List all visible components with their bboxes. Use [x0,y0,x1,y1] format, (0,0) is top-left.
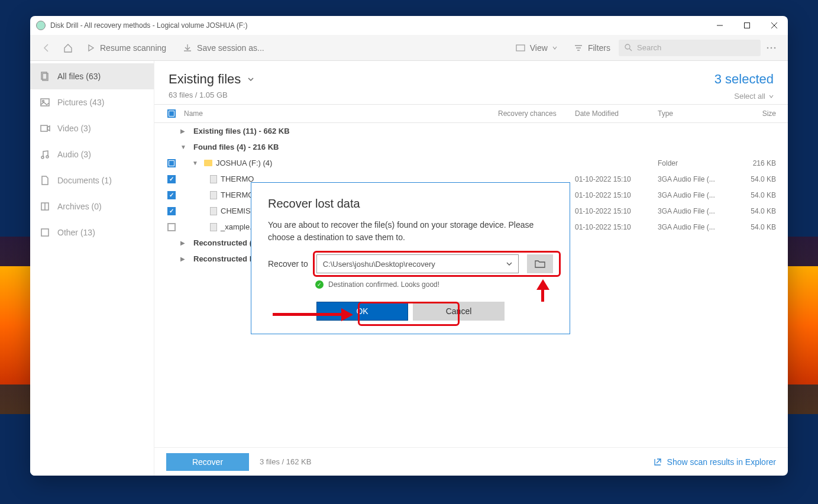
home-button[interactable] [57,37,79,59]
folder-icon [535,260,545,268]
dialog-title: Recover lost data [268,197,553,211]
filters-button[interactable]: Filters [565,43,619,53]
sidebar-item-label: Other (13) [57,228,95,237]
svg-point-15 [41,156,44,159]
sidebar-item-video[interactable]: Video (3) [30,115,154,141]
svg-point-5 [625,44,630,49]
row-checkbox[interactable] [167,159,176,167]
check-icon: ✓ [315,280,324,289]
group-row-existing[interactable]: ▶ Existing files (11) - 662 KB [154,123,788,139]
svg-rect-1 [745,23,750,28]
sidebar-item-allfiles[interactable]: All files (63) [30,63,154,89]
table-header: Name Recovery chances Date Modified Type… [154,104,788,123]
window-title: Disk Drill - All recovery methods - Logi… [50,21,706,30]
column-size[interactable]: Size [729,109,788,118]
sidebar-item-pictures[interactable]: Pictures (43) [30,89,154,115]
app-icon [36,21,46,30]
sidebar-item-audio[interactable]: Audio (3) [30,141,154,167]
resume-scanning-label: Resume scanning [100,43,166,53]
svg-line-6 [629,49,632,51]
sidebar-item-label: Pictures (43) [57,98,104,107]
group-row-found[interactable]: ▼ Found files (4) - 216 KB [154,139,788,155]
folder-row-joshua[interactable]: ▼ JOSHUA (F:) (4) Folder 216 KB [154,155,788,171]
sidebar-item-other[interactable]: Other (13) [30,219,154,245]
expand-icon[interactable]: ▶ [180,240,190,246]
column-date[interactable]: Date Modified [575,109,658,118]
svg-rect-12 [41,99,49,106]
row-checkbox[interactable] [167,191,176,199]
view-label: View [530,43,548,53]
sidebar-item-label: Video (3) [57,124,91,133]
show-in-explorer-link[interactable]: Show scan results in Explorer [653,457,776,467]
chevron-down-icon[interactable] [247,75,255,83]
save-session-label: Save session as... [197,43,264,53]
destination-path: C:\Users\joshu\Desktop\recovery [323,260,435,269]
sidebar-item-label: Audio (3) [57,150,91,159]
folder-icon [204,160,212,166]
row-checkbox[interactable] [167,175,176,183]
sidebar-item-documents[interactable]: Documents (1) [30,167,154,193]
page-title: Existing files [169,72,255,87]
sidebar: All files (63) Pictures (43) Video (3) A… [30,61,154,476]
maximize-button[interactable] [733,16,761,35]
expand-icon[interactable]: ▶ [180,128,190,134]
close-button[interactable] [761,16,788,35]
cancel-button[interactable]: Cancel [413,302,505,321]
header-checkbox[interactable] [167,109,176,118]
row-checkbox[interactable] [167,223,176,231]
view-dropdown[interactable]: View [507,43,565,53]
svg-point-9 [774,47,776,49]
search-icon [625,44,632,51]
resume-scanning-button[interactable]: Resume scanning [79,43,174,53]
sidebar-item-label: All files (63) [57,72,101,81]
footer: Recover 3 files / 162 KB Show scan resul… [154,447,788,476]
collapse-icon[interactable]: ▼ [180,144,190,150]
column-type[interactable]: Type [658,109,729,118]
back-button[interactable] [36,37,57,59]
row-checkbox[interactable] [167,207,176,215]
toolbar: Resume scanning Save session as... View … [30,35,788,61]
svg-rect-4 [516,45,525,51]
archives-icon [40,201,50,212]
more-button[interactable] [761,47,782,49]
titlebar: Disk Drill - All recovery methods - Logi… [30,16,788,35]
sidebar-item-archives[interactable]: Archives (0) [30,193,154,219]
destination-confirmed: ✓ Destination confirmed. Looks good! [315,280,553,289]
save-session-button[interactable]: Save session as... [174,43,273,53]
audio-icon [40,149,50,160]
browse-folder-button[interactable] [527,254,553,273]
search-input[interactable]: Search [619,40,761,56]
filters-label: Filters [588,43,610,53]
column-recovery[interactable]: Recovery chances [498,109,575,118]
sidebar-item-label: Archives (0) [57,202,102,211]
recover-to-label: Recover to [268,259,308,269]
external-link-icon [653,457,662,467]
file-icon [210,207,217,215]
minimize-button[interactable] [706,16,733,35]
file-icon [210,191,217,199]
file-icon [210,223,217,231]
svg-rect-19 [41,229,49,236]
svg-point-7 [767,47,769,49]
documents-icon [40,175,50,186]
footer-info: 3 files / 162 KB [260,457,311,466]
svg-rect-14 [41,125,47,131]
video-icon [40,123,50,134]
chevron-down-icon [506,261,512,267]
file-icon [210,175,217,183]
select-all-button[interactable]: Select all [714,92,774,101]
expand-icon[interactable]: ▶ [180,256,190,262]
search-placeholder: Search [637,43,661,52]
svg-point-16 [46,156,49,158]
dialog-body: You are about to recover the file(s) fou… [268,219,553,244]
svg-point-8 [771,47,772,49]
recover-button[interactable]: Recover [166,453,249,471]
files-icon [40,71,50,82]
column-name[interactable]: Name [180,109,498,118]
ok-button[interactable]: OK [316,302,408,321]
destination-dropdown[interactable]: C:\Users\joshu\Desktop\recovery [316,254,519,273]
selected-count: 3 selected [714,72,774,87]
page-subtitle: 63 files / 1.05 GB [169,91,255,99]
pictures-icon [40,97,50,108]
recover-dialog: Recover lost data You are about to recov… [251,182,570,334]
